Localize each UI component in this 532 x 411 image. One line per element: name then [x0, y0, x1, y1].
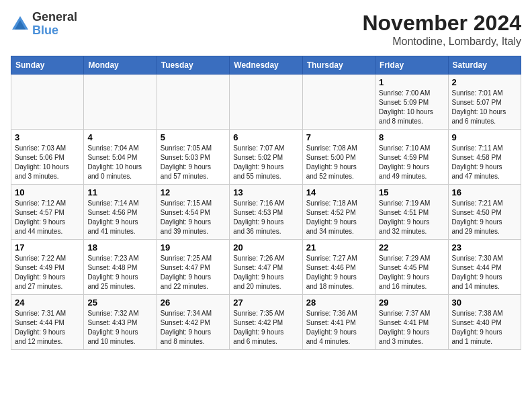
day-info: Sunrise: 7:11 AMSunset: 4:58 PMDaylight:…: [452, 144, 517, 181]
week-row-5: 24Sunrise: 7:31 AMSunset: 4:44 PMDayligh…: [11, 295, 521, 350]
header: General Blue November 2024 Montodine, Lo…: [11, 11, 521, 48]
day-info: Sunrise: 7:27 AMSunset: 4:46 PMDaylight:…: [306, 254, 371, 291]
day-number: 1: [379, 77, 444, 87]
day-number: 24: [15, 298, 80, 308]
day-number: 16: [452, 187, 517, 197]
month-title: November 2024: [362, 11, 521, 36]
column-header-thursday: Thursday: [302, 56, 375, 75]
day-number: 29: [379, 298, 444, 308]
day-cell: 5Sunrise: 7:05 AMSunset: 5:03 PMDaylight…: [157, 130, 229, 185]
day-cell: 20Sunrise: 7:26 AMSunset: 4:47 PMDayligh…: [230, 240, 302, 295]
day-number: 4: [87, 132, 152, 142]
column-header-sunday: Sunday: [11, 56, 84, 75]
location-title: Montodine, Lombardy, Italy: [362, 36, 521, 48]
day-info: Sunrise: 7:35 AMSunset: 4:42 PMDaylight:…: [233, 309, 298, 347]
day-cell: 19Sunrise: 7:25 AMSunset: 4:47 PMDayligh…: [157, 240, 229, 295]
day-cell: 27Sunrise: 7:35 AMSunset: 4:42 PMDayligh…: [230, 295, 302, 350]
day-cell: 30Sunrise: 7:38 AMSunset: 4:40 PMDayligh…: [448, 295, 521, 350]
logo: General Blue: [11, 11, 77, 38]
day-number: 20: [233, 242, 298, 253]
header-row: SundayMondayTuesdayWednesdayThursdayFrid…: [11, 56, 521, 75]
day-cell: [230, 75, 302, 130]
day-cell: [11, 75, 84, 130]
day-number: 28: [306, 298, 371, 308]
day-number: 18: [87, 242, 152, 253]
day-cell: 11Sunrise: 7:14 AMSunset: 4:56 PMDayligh…: [84, 185, 157, 240]
logo-blue-text: Blue: [32, 24, 58, 37]
day-number: 14: [306, 187, 371, 197]
day-number: 26: [161, 298, 226, 308]
day-cell: 14Sunrise: 7:18 AMSunset: 4:52 PMDayligh…: [302, 185, 375, 240]
day-number: 19: [161, 242, 226, 253]
day-cell: 25Sunrise: 7:32 AMSunset: 4:43 PMDayligh…: [84, 295, 157, 350]
day-cell: [84, 75, 157, 130]
day-info: Sunrise: 7:37 AMSunset: 4:41 PMDaylight:…: [379, 309, 444, 347]
column-header-tuesday: Tuesday: [157, 56, 229, 75]
day-info: Sunrise: 7:15 AMSunset: 4:54 PMDaylight:…: [161, 199, 226, 236]
title-area: November 2024 Montodine, Lombardy, Italy: [362, 11, 521, 48]
day-number: 13: [233, 187, 298, 197]
day-number: 23: [452, 242, 517, 253]
day-info: Sunrise: 7:10 AMSunset: 4:59 PMDaylight:…: [379, 144, 444, 181]
day-number: 8: [379, 132, 444, 142]
day-cell: 15Sunrise: 7:19 AMSunset: 4:51 PMDayligh…: [375, 185, 448, 240]
day-number: 22: [379, 242, 444, 253]
column-header-saturday: Saturday: [448, 56, 521, 75]
week-row-2: 3Sunrise: 7:03 AMSunset: 5:06 PMDaylight…: [11, 130, 521, 185]
day-number: 6: [233, 132, 298, 142]
day-info: Sunrise: 7:19 AMSunset: 4:51 PMDaylight:…: [379, 199, 444, 236]
logo-icon: [11, 15, 30, 34]
day-info: Sunrise: 7:14 AMSunset: 4:56 PMDaylight:…: [87, 199, 152, 236]
day-info: Sunrise: 7:21 AMSunset: 4:50 PMDaylight:…: [452, 199, 517, 236]
day-number: 25: [87, 298, 152, 308]
day-info: Sunrise: 7:18 AMSunset: 4:52 PMDaylight:…: [306, 199, 371, 236]
day-cell: 8Sunrise: 7:10 AMSunset: 4:59 PMDaylight…: [375, 130, 448, 185]
day-info: Sunrise: 7:38 AMSunset: 4:40 PMDaylight:…: [452, 309, 517, 347]
day-info: Sunrise: 7:04 AMSunset: 5:04 PMDaylight:…: [87, 144, 152, 181]
day-number: 21: [306, 242, 371, 253]
day-info: Sunrise: 7:30 AMSunset: 4:44 PMDaylight:…: [452, 254, 517, 291]
day-number: 11: [87, 187, 152, 197]
day-cell: 28Sunrise: 7:36 AMSunset: 4:41 PMDayligh…: [302, 295, 375, 350]
day-cell: 18Sunrise: 7:23 AMSunset: 4:48 PMDayligh…: [84, 240, 157, 295]
day-cell: 21Sunrise: 7:27 AMSunset: 4:46 PMDayligh…: [302, 240, 375, 295]
day-info: Sunrise: 7:01 AMSunset: 5:07 PMDaylight:…: [452, 89, 517, 126]
day-number: 7: [306, 132, 371, 142]
day-number: 15: [379, 187, 444, 197]
week-row-1: 1Sunrise: 7:00 AMSunset: 5:09 PMDaylight…: [11, 75, 521, 130]
day-cell: 22Sunrise: 7:29 AMSunset: 4:45 PMDayligh…: [375, 240, 448, 295]
day-number: 12: [161, 187, 226, 197]
day-number: 3: [15, 132, 80, 142]
day-number: 27: [233, 298, 298, 308]
day-info: Sunrise: 7:23 AMSunset: 4:48 PMDaylight:…: [87, 254, 152, 291]
day-info: Sunrise: 7:36 AMSunset: 4:41 PMDaylight:…: [306, 309, 371, 347]
day-cell: 29Sunrise: 7:37 AMSunset: 4:41 PMDayligh…: [375, 295, 448, 350]
day-cell: 3Sunrise: 7:03 AMSunset: 5:06 PMDaylight…: [11, 130, 84, 185]
day-cell: 16Sunrise: 7:21 AMSunset: 4:50 PMDayligh…: [448, 185, 521, 240]
day-info: Sunrise: 7:26 AMSunset: 4:47 PMDaylight:…: [233, 254, 298, 291]
day-info: Sunrise: 7:34 AMSunset: 4:42 PMDaylight:…: [161, 309, 226, 347]
day-cell: [157, 75, 229, 130]
day-cell: 1Sunrise: 7:00 AMSunset: 5:09 PMDaylight…: [375, 75, 448, 130]
calendar-table: SundayMondayTuesdayWednesdayThursdayFrid…: [11, 56, 521, 350]
day-info: Sunrise: 7:16 AMSunset: 4:53 PMDaylight:…: [233, 199, 298, 236]
day-info: Sunrise: 7:29 AMSunset: 4:45 PMDaylight:…: [379, 254, 444, 291]
day-number: 5: [161, 132, 226, 142]
column-header-monday: Monday: [84, 56, 157, 75]
week-row-3: 10Sunrise: 7:12 AMSunset: 4:57 PMDayligh…: [11, 185, 521, 240]
day-info: Sunrise: 7:05 AMSunset: 5:03 PMDaylight:…: [161, 144, 226, 181]
day-info: Sunrise: 7:03 AMSunset: 5:06 PMDaylight:…: [15, 144, 80, 181]
day-cell: [302, 75, 375, 130]
day-cell: 10Sunrise: 7:12 AMSunset: 4:57 PMDayligh…: [11, 185, 84, 240]
day-cell: 13Sunrise: 7:16 AMSunset: 4:53 PMDayligh…: [230, 185, 302, 240]
day-info: Sunrise: 7:12 AMSunset: 4:57 PMDaylight:…: [15, 199, 80, 236]
day-cell: 6Sunrise: 7:07 AMSunset: 5:02 PMDaylight…: [230, 130, 302, 185]
day-info: Sunrise: 7:00 AMSunset: 5:09 PMDaylight:…: [379, 89, 444, 126]
day-info: Sunrise: 7:07 AMSunset: 5:02 PMDaylight:…: [233, 144, 298, 181]
day-number: 10: [15, 187, 80, 197]
day-info: Sunrise: 7:31 AMSunset: 4:44 PMDaylight:…: [15, 309, 80, 347]
day-info: Sunrise: 7:32 AMSunset: 4:43 PMDaylight:…: [87, 309, 152, 347]
column-header-friday: Friday: [375, 56, 448, 75]
day-number: 9: [452, 132, 517, 142]
day-info: Sunrise: 7:22 AMSunset: 4:49 PMDaylight:…: [15, 254, 80, 291]
